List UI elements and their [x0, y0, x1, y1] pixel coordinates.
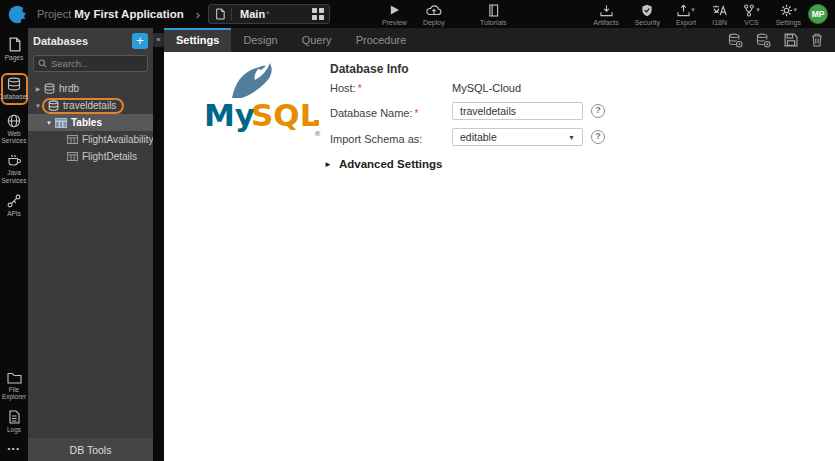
i18n-button[interactable]: I18N — [712, 3, 727, 26]
export-button[interactable]: ▾ Export — [676, 3, 696, 26]
folder-icon — [7, 372, 22, 384]
more-icon[interactable]: ••• — [8, 444, 21, 453]
preview-button[interactable]: Preview — [382, 3, 407, 26]
tree-label: FlightDetails — [82, 151, 137, 162]
left-sidebar: Pages Databases Web Services — [0, 28, 28, 461]
apis-label: APIs — [7, 210, 21, 218]
shield-icon — [641, 3, 653, 17]
translate-icon — [712, 3, 727, 17]
security-button[interactable]: Security — [635, 3, 660, 26]
required-asterisk: * — [358, 83, 362, 94]
settings-caret-icon: ▾ — [794, 6, 798, 14]
advanced-settings-toggle[interactable]: ► Advanced Settings — [324, 158, 442, 170]
sidebar-item-web-services[interactable]: Web Services — [0, 114, 28, 146]
main-area: Settings Design Query Procedure — [164, 28, 835, 461]
gear-icon — [780, 4, 793, 17]
delete-icon[interactable] — [811, 33, 823, 47]
tree-item-flightdetails[interactable]: FlightDetails — [28, 148, 153, 165]
search-input[interactable] — [51, 58, 143, 69]
db-update-icon[interactable] — [756, 33, 771, 48]
section-collapsed-icon: ► — [324, 160, 332, 169]
sidebar-item-logs[interactable]: Logs — [0, 410, 28, 434]
artifacts-label: Artifacts — [593, 19, 618, 26]
page-selector[interactable]: Main* — [208, 4, 330, 24]
deploy-label: Deploy — [423, 19, 445, 26]
help-icon[interactable]: ? — [591, 130, 605, 144]
artifacts-button[interactable]: Artifacts — [593, 3, 618, 26]
tree-item-flightavailability[interactable]: FlightAvailability — [28, 131, 153, 148]
advanced-settings-label: Advanced Settings — [339, 158, 443, 170]
selected-option: editable — [460, 131, 497, 143]
play-icon — [389, 3, 400, 17]
coffee-cup-icon — [7, 154, 22, 167]
host-value: MySQL-Cloud — [452, 82, 521, 94]
database-name-input[interactable] — [452, 102, 583, 120]
mysql-logo: My SQL ® — [202, 56, 322, 142]
tutorials-button[interactable]: Tutorials — [480, 3, 507, 26]
pages-file-icon — [8, 37, 21, 52]
page-file-icon — [215, 8, 232, 20]
import-schema-select[interactable]: editable ▼ — [452, 128, 583, 146]
tab-design[interactable]: Design — [231, 28, 289, 52]
web-services-label: Web Services — [0, 130, 28, 146]
sidebar-item-pages[interactable]: Pages — [0, 37, 28, 62]
logs-document-icon — [8, 410, 20, 424]
tree-item-traveldetails[interactable]: ▼ traveldetails — [28, 97, 153, 114]
tab-bar: Settings Design Query Procedure — [164, 28, 835, 52]
top-bar: Project My First Application › Main* P — [0, 0, 835, 28]
database-icon — [48, 100, 59, 111]
tutorials-label: Tutorials — [480, 19, 507, 26]
sidebar-item-apis[interactable]: APIs — [0, 194, 28, 218]
traveldetails-highlight-annotation: traveldetails — [42, 98, 124, 114]
settings-button[interactable]: ▾ Settings — [776, 3, 801, 26]
vcs-caret-icon: ▾ — [756, 6, 760, 14]
database-search[interactable] — [33, 55, 148, 72]
save-icon[interactable] — [784, 33, 798, 47]
host-label: Host:* — [330, 82, 362, 94]
sidebar-item-file-explorer[interactable]: File Explorer — [0, 372, 28, 402]
collapse-chevron-icon[interactable]: ▼ — [44, 120, 54, 126]
breadcrumb-chevron-icon: › — [196, 7, 200, 22]
panel-splitter[interactable]: « — [153, 28, 164, 461]
cloud-upload-icon — [426, 3, 442, 17]
sidebar-item-databases[interactable]: Databases — [0, 73, 28, 105]
sidebar-item-java-services[interactable]: Java Services — [0, 154, 28, 185]
collapse-panel-icon[interactable]: « — [153, 33, 164, 47]
expand-chevron-icon[interactable]: ▶ — [33, 85, 43, 92]
deploy-button[interactable]: Deploy — [423, 3, 445, 26]
db-reimport-icon[interactable] — [728, 33, 743, 48]
settings-label: Settings — [776, 19, 801, 26]
tree-label: traveldetails — [63, 100, 116, 111]
import-schema-label: Import Schema as: — [330, 133, 422, 145]
add-database-button[interactable]: + — [132, 33, 148, 49]
tree-item-tables[interactable]: ▼ Tables — [28, 114, 153, 131]
database-icon — [7, 77, 21, 91]
java-services-label: Java Services — [0, 169, 28, 185]
databases-highlight-annotation: Databases — [1, 73, 28, 105]
wavemaker-logo-icon — [7, 4, 28, 25]
unsaved-indicator: * — [266, 9, 270, 19]
book-icon — [488, 3, 499, 17]
logs-label: Logs — [7, 426, 21, 434]
svg-text:My: My — [204, 97, 255, 133]
tab-settings[interactable]: Settings — [164, 28, 231, 52]
pages-grid-icon[interactable] — [312, 8, 324, 20]
tab-procedure[interactable]: Procedure — [344, 28, 419, 52]
search-icon — [38, 59, 47, 68]
tab-query[interactable]: Query — [290, 28, 344, 52]
settings-content: My SQL ® Database Info Host:* MySQL-Clou… — [164, 52, 835, 461]
select-caret-icon: ▼ — [568, 134, 575, 141]
project-label: Project — [37, 8, 71, 20]
user-avatar[interactable]: MP — [808, 4, 828, 24]
vcs-label: VCS — [744, 19, 758, 26]
security-label: Security — [635, 19, 660, 26]
page-name: Main — [240, 8, 265, 20]
db-tools-button[interactable]: DB Tools — [28, 438, 153, 461]
help-icon[interactable]: ? — [591, 104, 605, 118]
vcs-button[interactable]: ▾ VCS — [743, 3, 760, 26]
tree-item-hrdb[interactable]: ▶ hrdb — [28, 80, 153, 97]
upload-tray-icon — [677, 4, 690, 17]
tables-icon — [55, 118, 67, 128]
tree-label: hrdb — [59, 83, 79, 94]
required-asterisk: * — [415, 108, 419, 119]
